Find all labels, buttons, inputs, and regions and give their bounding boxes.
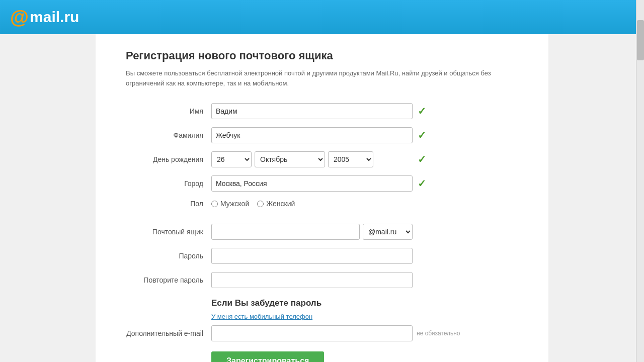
- first-name-row: Имя: [126, 103, 518, 119]
- dob-selects: 26 Октябрь 2005: [211, 151, 413, 167]
- first-name-input[interactable]: [211, 103, 413, 119]
- confirm-password-input[interactable]: [211, 272, 413, 288]
- header: @ mail.ru: [0, 0, 644, 34]
- scrollbar-track[interactable]: [636, 0, 644, 362]
- email-input[interactable]: [211, 224, 360, 240]
- scrollbar-thumb[interactable]: [637, 20, 644, 60]
- gender-female-option[interactable]: Женский: [257, 200, 295, 208]
- dob-label: День рождения: [126, 155, 211, 163]
- gender-options: Мужской Женский: [211, 200, 413, 208]
- main-content: Регистрация нового почтового ящика Вы см…: [96, 34, 548, 362]
- forgot-password-section: Если Вы забудете пароль У меня есть моби…: [211, 298, 518, 320]
- gender-male-option[interactable]: Мужской: [211, 200, 249, 208]
- alt-email-row: Дополнительный e-mail не обязательно: [126, 325, 518, 341]
- email-label: Почтовый ящик: [126, 228, 211, 236]
- password-input[interactable]: [211, 248, 413, 264]
- last-name-control: [211, 127, 413, 143]
- last-name-label: Фамилия: [126, 131, 211, 139]
- first-name-control: [211, 103, 413, 119]
- city-label: Город: [126, 179, 211, 188]
- city-control: [211, 175, 413, 192]
- alt-email-optional: не обязательно: [417, 330, 460, 337]
- day-select[interactable]: 26: [211, 151, 252, 167]
- logo-at-symbol: @: [10, 7, 29, 28]
- gender-row: Пол Мужской Женский: [126, 200, 518, 208]
- city-row: Город: [126, 175, 518, 192]
- password-control: [211, 248, 413, 264]
- email-control: @mail.ru @bk.ru @list.ru @inbox.ru: [211, 224, 413, 240]
- logo: @ mail.ru: [10, 7, 79, 28]
- password-row: Пароль: [126, 248, 518, 264]
- gender-label: Пол: [126, 200, 211, 208]
- city-input[interactable]: [211, 175, 413, 192]
- last-name-input[interactable]: [211, 127, 413, 143]
- password-label: Пароль: [126, 252, 211, 260]
- confirm-password-row: Повторите пароль: [126, 272, 518, 288]
- email-input-group: @mail.ru @bk.ru @list.ru @inbox.ru: [211, 224, 413, 240]
- confirm-password-label: Повторите пароль: [126, 276, 211, 284]
- email-row: Почтовый ящик @mail.ru @bk.ru @list.ru @…: [126, 224, 518, 240]
- gender-female-label: Женский: [266, 200, 295, 208]
- dob-row: День рождения 26 Октябрь 2005: [126, 151, 518, 167]
- dob-control: 26 Октябрь 2005: [211, 151, 413, 167]
- month-select[interactable]: Октябрь: [255, 151, 325, 167]
- logo-text: mail.ru: [30, 9, 79, 26]
- last-name-checkmark: [418, 129, 426, 141]
- gender-male-label: Мужской: [220, 200, 249, 208]
- alt-email-label: Дополнительный e-mail: [126, 329, 211, 337]
- year-select[interactable]: 2005: [328, 151, 373, 167]
- first-name-label: Имя: [126, 107, 211, 115]
- last-name-row: Фамилия: [126, 127, 518, 143]
- city-checkmark: [418, 177, 426, 190]
- submit-button[interactable]: Зарегистрироваться: [211, 351, 324, 362]
- forgot-password-heading: Если Вы забудете пароль: [211, 298, 518, 308]
- dob-checkmark: [418, 153, 426, 165]
- alt-email-input[interactable]: [211, 325, 413, 341]
- page-subtitle: Вы сможете пользоваться бесплатной элект…: [126, 68, 518, 88]
- gender-control: Мужской Женский: [211, 200, 413, 208]
- phone-link[interactable]: У меня есть мобильный телефон: [211, 313, 312, 320]
- submit-row: Зарегистрироваться: [211, 351, 518, 362]
- gender-female-radio[interactable]: [257, 201, 264, 207]
- confirm-password-control: [211, 272, 413, 288]
- domain-select[interactable]: @mail.ru @bk.ru @list.ru @inbox.ru: [363, 224, 413, 240]
- first-name-checkmark: [418, 105, 426, 117]
- page-title: Регистрация нового почтового ящика: [126, 49, 518, 62]
- gender-male-radio[interactable]: [211, 201, 218, 207]
- alt-email-control: [211, 325, 413, 341]
